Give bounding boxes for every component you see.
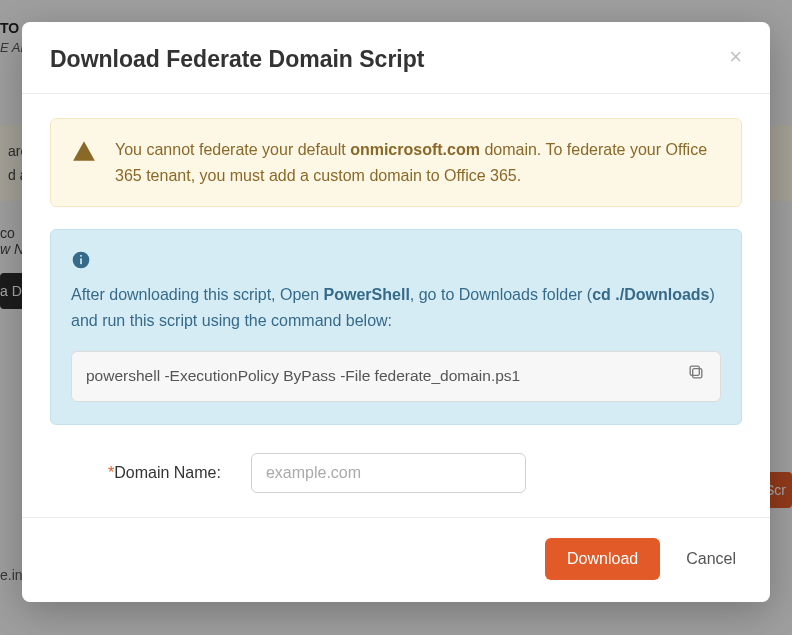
svg-rect-1 — [80, 259, 82, 265]
domain-name-input[interactable] — [251, 453, 526, 493]
domain-name-row: *Domain Name: — [50, 453, 742, 493]
info-bold2: cd ./Downloads — [592, 286, 709, 303]
dialog-footer: Download Cancel — [22, 517, 770, 602]
command-box: powershell -ExecutionPolicy ByPass -File… — [71, 351, 721, 402]
svg-rect-4 — [690, 367, 699, 376]
copy-icon[interactable] — [686, 362, 708, 384]
cancel-button[interactable]: Cancel — [680, 538, 742, 580]
info-icon — [71, 250, 91, 270]
label-text: Domain Name: — [114, 464, 221, 481]
info-bold1: PowerShell — [324, 286, 410, 303]
dialog-title: Download Federate Domain Script — [50, 46, 424, 73]
dialog-header: Download Federate Domain Script × — [22, 22, 770, 94]
download-button[interactable]: Download — [545, 538, 660, 580]
warning-icon — [71, 139, 97, 188]
warning-alert: You cannot federate your default onmicro… — [50, 118, 742, 207]
info-mid1: , go to Downloads folder ( — [410, 286, 592, 303]
command-text: powershell -ExecutionPolicy ByPass -File… — [86, 367, 520, 384]
warning-pre: You cannot federate your default — [115, 141, 350, 158]
svg-rect-2 — [80, 255, 82, 257]
warning-bold: onmicrosoft.com — [350, 141, 480, 158]
warning-text: You cannot federate your default onmicro… — [115, 137, 721, 188]
dialog-body: You cannot federate your default onmicro… — [22, 94, 770, 517]
info-alert: After downloading this script, Open Powe… — [50, 229, 742, 425]
close-icon[interactable]: × — [729, 46, 742, 68]
domain-name-label: *Domain Name: — [108, 464, 221, 482]
svg-rect-3 — [693, 369, 702, 378]
info-text: After downloading this script, Open Powe… — [71, 282, 721, 333]
info-pre: After downloading this script, Open — [71, 286, 324, 303]
download-script-dialog: Download Federate Domain Script × You ca… — [22, 22, 770, 602]
